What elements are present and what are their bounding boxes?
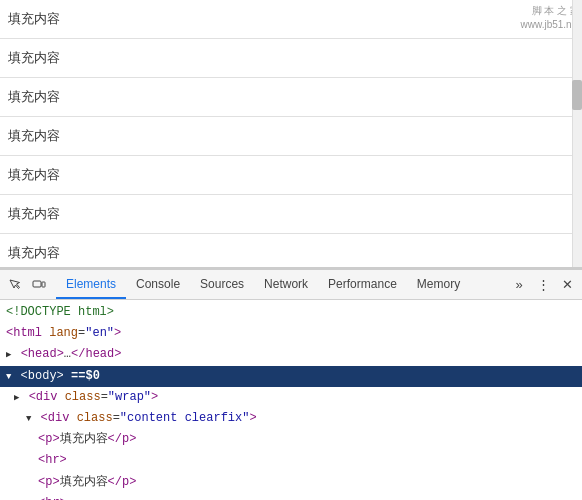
collapse-content-icon[interactable]: [26, 412, 31, 426]
collapse-body-icon[interactable]: [6, 370, 11, 384]
code-line-hr1: <hr>: [0, 450, 582, 471]
inspect-element-icon[interactable]: [4, 274, 26, 296]
code-line-p1: <p>填充内容</p>: [0, 429, 582, 450]
code-line-div-wrap: <div class="wrap">: [0, 387, 582, 408]
svg-rect-0: [33, 281, 41, 287]
main-page: 填充内容 填充内容 填充内容 填充内容 填充内容 填充内容 填充内容 填充内容 …: [0, 0, 582, 268]
toolbar-icons: [4, 274, 50, 296]
content-row: 填充内容: [0, 156, 582, 195]
content-row: 填充内容: [0, 234, 582, 268]
code-line-html: <html lang="en">: [0, 323, 582, 344]
code-line-hr2: <hr>: [0, 493, 582, 500]
collapse-wrap-icon[interactable]: [14, 391, 19, 405]
code-line-body: <body> ==$0: [0, 366, 582, 387]
content-row: 填充内容: [0, 195, 582, 234]
svg-rect-1: [42, 282, 45, 287]
devtools-content: <!DOCTYPE html> <html lang="en"> <head>……: [0, 300, 582, 500]
tabs-area: Elements Console Sources Network Perform…: [56, 270, 508, 299]
scrollbar-thumb[interactable]: [572, 80, 582, 110]
devtools-close-button[interactable]: ✕: [556, 274, 578, 296]
tab-elements[interactable]: Elements: [56, 270, 126, 299]
scrollbar[interactable]: [572, 0, 582, 268]
content-row: 填充内容: [0, 78, 582, 117]
tab-memory[interactable]: Memory: [407, 270, 470, 299]
content-row: 填充内容: [0, 117, 582, 156]
tab-sources[interactable]: Sources: [190, 270, 254, 299]
devtools-panel: Elements Console Sources Network Perform…: [0, 268, 582, 500]
tab-performance[interactable]: Performance: [318, 270, 407, 299]
devtools-menu-button[interactable]: ⋮: [532, 274, 554, 296]
content-row: 填充内容: [0, 39, 582, 78]
more-tabs-button[interactable]: »: [508, 274, 530, 296]
tab-console[interactable]: Console: [126, 270, 190, 299]
collapse-head-icon[interactable]: [6, 348, 11, 362]
content-area: 填充内容 填充内容 填充内容 填充内容 填充内容 填充内容 填充内容 填充内容: [0, 0, 582, 268]
devtools-toolbar: Elements Console Sources Network Perform…: [0, 270, 582, 300]
code-line-p2: <p>填充内容</p>: [0, 472, 582, 493]
content-row: 填充内容: [0, 0, 582, 39]
code-line-doctype: <!DOCTYPE html>: [0, 302, 582, 323]
device-toggle-icon[interactable]: [28, 274, 50, 296]
tab-network[interactable]: Network: [254, 270, 318, 299]
code-line-head: <head>…</head>: [0, 344, 582, 365]
code-line-div-content: <div class="content clearfix">: [0, 408, 582, 429]
toolbar-right: » ⋮ ✕: [508, 274, 578, 296]
